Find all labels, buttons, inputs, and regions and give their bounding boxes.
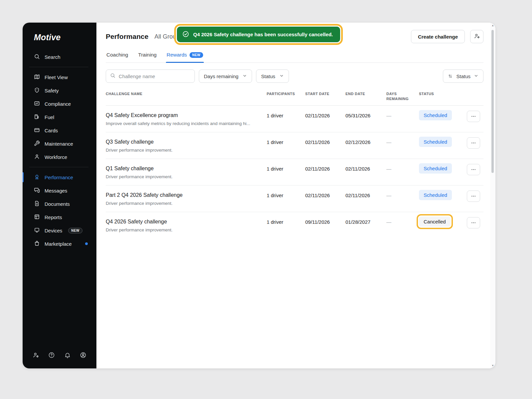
tab-label: Rewards: [167, 52, 187, 58]
shield-icon: [34, 87, 40, 94]
participants-cell: 1 driver: [267, 192, 305, 198]
more-options-button[interactable]: [467, 217, 480, 228]
sidebar-item-label: Compliance: [45, 101, 71, 107]
profile-icon[interactable]: [80, 352, 86, 360]
chat-icon: [34, 187, 40, 194]
participants-cell: 1 driver: [267, 219, 305, 225]
search-icon: [110, 73, 115, 79]
days-remaining-cell: —: [386, 139, 419, 145]
sidebar-item-label: Maintenance: [45, 141, 73, 147]
tab-coaching[interactable]: Coaching: [106, 50, 129, 63]
more-options-button[interactable]: [467, 191, 480, 202]
challenge-title: Q3 Safety challenge: [106, 139, 267, 145]
sidebar-item-marketplace[interactable]: Marketplace: [23, 237, 96, 250]
sort-by-status-dropdown[interactable]: Status: [443, 69, 483, 83]
document-icon: [34, 200, 40, 207]
sidebar-item-search[interactable]: Search: [23, 50, 96, 64]
wrench-icon: [34, 140, 40, 147]
scroll-down-arrow[interactable]: ▼: [491, 364, 494, 367]
chevron-down-icon: [242, 73, 247, 79]
sidebar-item-workforce[interactable]: Workforce: [23, 150, 96, 164]
start-date-cell: 09/11/2026: [305, 219, 345, 225]
sidebar-item-label: Fuel: [45, 114, 54, 120]
scrollbar-thumb[interactable]: [491, 30, 494, 173]
sidebar-item-label: Fleet View: [45, 74, 68, 80]
col-end-date: END DATE: [345, 91, 386, 101]
sidebar-item-label: Documents: [45, 201, 70, 207]
challenge-description: Driver performance improvement.: [106, 174, 267, 179]
sidebar-item-fleet-view[interactable]: Fleet View: [23, 70, 96, 84]
start-date-cell: 02/11/2026: [305, 139, 345, 145]
sidebar-item-reports[interactable]: Reports: [23, 210, 96, 224]
challenge-title: Part 2 Q4 2026 Safety challenge: [106, 192, 267, 198]
filter-bar: Days remaining Status Status: [106, 69, 483, 83]
status-badge: Scheduled: [419, 110, 452, 120]
sort-arrows-icon: [448, 74, 453, 79]
tab-rewards[interactable]: Rewards NEW: [166, 50, 204, 63]
end-date-cell: 02/12/2026: [345, 139, 386, 145]
col-start-date: START DATE: [305, 91, 345, 101]
table-row: Q1 Safety challenge Driver performance i…: [106, 159, 483, 186]
challenge-search-input[interactable]: [119, 73, 191, 79]
sidebar-item-label: Reports: [45, 214, 62, 220]
table-row: Q4 Safety Excellence program Improve ove…: [106, 106, 483, 132]
bell-icon[interactable]: [64, 352, 71, 360]
days-remaining-dropdown[interactable]: Days remaining: [199, 69, 252, 83]
sidebar-item-cards[interactable]: Cards: [23, 124, 96, 137]
desktop-background: Motive Search Fleet View Safety Complian…: [0, 0, 532, 399]
col-status: STATUS: [419, 91, 467, 101]
end-date-cell: 05/31/2026: [345, 112, 386, 118]
sidebar-item-performance[interactable]: Performance: [23, 171, 96, 184]
motive-logo: Motive: [23, 23, 96, 50]
scrollbar[interactable]: ▲ ▼: [490, 23, 495, 368]
tab-label: Coaching: [106, 52, 128, 58]
tab-bar: Coaching Training Rewards NEW: [106, 50, 483, 63]
credit-card-icon: [34, 127, 40, 134]
sidebar-item-label: Safety: [45, 88, 59, 93]
col-participants: PARTICIPANTS: [267, 91, 305, 101]
sidebar-item-documents[interactable]: Documents: [23, 197, 96, 210]
table-row: Part 2 Q4 2026 Safety challenge Driver p…: [106, 186, 483, 212]
more-options-button[interactable]: [467, 111, 480, 122]
dropdown-label: Status: [456, 73, 470, 79]
challenge-name-cell: Part 2 Q4 2026 Safety challenge Driver p…: [106, 192, 267, 206]
scroll-up-arrow[interactable]: ▲: [491, 24, 494, 27]
group-selector[interactable]: All Grou: [154, 33, 176, 40]
sidebar-item-label: Cards: [45, 128, 58, 133]
sidebar-item-messages[interactable]: Messages: [23, 184, 96, 197]
tab-label: Training: [138, 52, 157, 58]
report-icon: [34, 214, 40, 221]
shopping-bag-icon: [34, 240, 40, 247]
status-dropdown[interactable]: Status: [256, 69, 289, 83]
app-window: Motive Search Fleet View Safety Complian…: [23, 23, 495, 368]
more-options-button[interactable]: [467, 137, 480, 149]
sidebar-item-devices[interactable]: Devices NEW: [23, 224, 96, 237]
days-remaining-cell: —: [386, 192, 419, 198]
help-icon[interactable]: [48, 352, 55, 360]
create-challenge-button[interactable]: Create challenge: [411, 30, 465, 43]
challenge-name-cell: Q3 Safety challenge Driver performance i…: [106, 139, 267, 153]
sidebar-item-safety[interactable]: Safety: [23, 84, 96, 97]
end-date-cell: 01/28/2027: [345, 219, 386, 225]
user-gear-icon: [474, 33, 480, 41]
challenge-name-cell: Q4 Safety Excellence program Improve ove…: [106, 112, 267, 126]
success-toast: Q4 2026 Safety challenge has been succes…: [177, 27, 340, 42]
challenge-search[interactable]: [106, 69, 195, 83]
status-badge: Scheduled: [419, 190, 452, 200]
admin-user-icon[interactable]: [33, 352, 39, 360]
participants-cell: 1 driver: [267, 166, 305, 172]
more-options-button[interactable]: [467, 164, 480, 175]
search-icon: [34, 54, 40, 61]
start-date-cell: 02/11/2026: [305, 166, 345, 172]
participants-cell: 1 driver: [267, 139, 305, 145]
sidebar-item-label: Performance: [45, 175, 73, 180]
tab-training[interactable]: Training: [138, 50, 157, 63]
sidebar-item-compliance[interactable]: Compliance: [23, 97, 96, 110]
sidebar-item-fuel[interactable]: Fuel: [23, 110, 96, 124]
new-badge: NEW: [68, 228, 82, 233]
sidebar-item-label: Workforce: [45, 154, 67, 160]
sidebar-footer: [23, 352, 96, 368]
fuel-pump-icon: [34, 114, 40, 121]
admin-settings-button[interactable]: [470, 30, 483, 43]
sidebar-item-maintenance[interactable]: Maintenance: [23, 137, 96, 150]
